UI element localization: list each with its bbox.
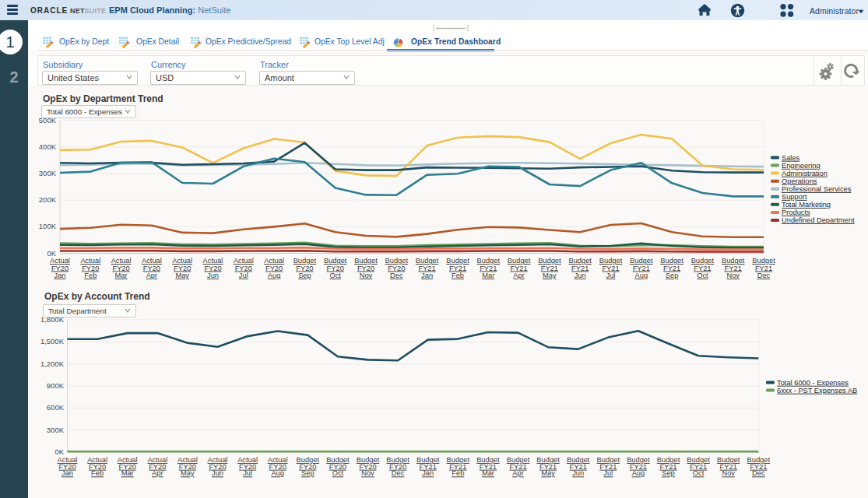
svg-text:Actual: Actual xyxy=(142,257,162,265)
svg-text:Engineering: Engineering xyxy=(782,162,821,170)
svg-text:600K: 600K xyxy=(47,403,65,412)
svg-text:FY21: FY21 xyxy=(510,265,527,272)
svg-text:Aug: Aug xyxy=(635,272,648,279)
svg-text:Nov: Nov xyxy=(722,469,735,477)
svg-text:Actual: Actual xyxy=(172,257,192,265)
svg-text:Actual: Actual xyxy=(50,257,70,265)
svg-text:900K: 900K xyxy=(47,381,65,390)
svg-text:Sales: Sales xyxy=(782,154,800,162)
svg-text:Oct: Oct xyxy=(332,469,344,477)
svg-text:FY20: FY20 xyxy=(388,265,405,272)
svg-text:Budget: Budget xyxy=(660,257,684,265)
svg-text:Jun: Jun xyxy=(212,469,223,477)
svg-text:Mar: Mar xyxy=(482,469,494,477)
svg-text:FY20: FY20 xyxy=(82,265,99,272)
svg-text:Oct: Oct xyxy=(693,469,705,477)
svg-text:Support: Support xyxy=(782,193,807,201)
svg-text:Dec: Dec xyxy=(752,469,765,477)
svg-text:Dec: Dec xyxy=(757,272,771,279)
svg-text:Jan: Jan xyxy=(54,272,66,279)
svg-text:Sep: Sep xyxy=(666,272,679,279)
svg-text:Budget: Budget xyxy=(722,257,745,265)
svg-text:Actual: Actual xyxy=(80,257,100,265)
svg-text:Aug: Aug xyxy=(271,469,284,477)
svg-text:Actual: Actual xyxy=(234,257,254,265)
svg-text:Budget: Budget xyxy=(293,257,317,265)
svg-text:FY20: FY20 xyxy=(51,265,69,272)
svg-text:May: May xyxy=(175,272,189,279)
svg-text:Operations: Operations xyxy=(782,177,817,185)
svg-text:Undefined Department: Undefined Department xyxy=(782,216,855,224)
svg-text:Jan: Jan xyxy=(422,469,434,477)
svg-text:Budget: Budget xyxy=(568,257,592,265)
svg-text:Budget: Budget xyxy=(691,257,715,265)
svg-text:Mar: Mar xyxy=(115,272,128,279)
svg-text:Budget: Budget xyxy=(599,257,623,265)
svg-text:FY21: FY21 xyxy=(541,265,558,272)
svg-text:Apr: Apr xyxy=(513,272,524,279)
svg-text:Budget: Budget xyxy=(630,257,653,265)
svg-text:May: May xyxy=(181,469,195,477)
svg-text:May: May xyxy=(543,272,557,279)
svg-text:100K: 100K xyxy=(39,222,57,230)
svg-text:Budget: Budget xyxy=(354,257,378,265)
svg-text:Sep: Sep xyxy=(298,272,311,279)
svg-text:Feb: Feb xyxy=(91,469,104,477)
svg-text:FY20: FY20 xyxy=(174,265,191,272)
svg-text:Jun: Jun xyxy=(572,469,584,477)
svg-text:FY21: FY21 xyxy=(480,265,497,272)
svg-text:Nov: Nov xyxy=(361,469,374,477)
svg-text:Budget: Budget xyxy=(752,257,775,265)
svg-text:Total 6000 - Expenses: Total 6000 - Expenses xyxy=(777,379,849,387)
svg-text:Budget: Budget xyxy=(324,257,347,265)
svg-text:Sep: Sep xyxy=(662,469,675,477)
svg-text:FY21: FY21 xyxy=(571,265,589,272)
svg-text:Products: Products xyxy=(782,209,810,216)
svg-text:Feb: Feb xyxy=(452,272,464,279)
svg-text:Apr: Apr xyxy=(152,469,163,477)
svg-text:Budget: Budget xyxy=(416,257,439,265)
svg-text:Budget: Budget xyxy=(385,257,409,265)
svg-text:Feb: Feb xyxy=(452,469,464,477)
svg-text:FY21: FY21 xyxy=(663,265,680,272)
svg-text:300K: 300K xyxy=(39,169,57,177)
svg-text:Jan: Jan xyxy=(61,469,73,477)
svg-text:FY21: FY21 xyxy=(633,265,650,272)
svg-text:Apr: Apr xyxy=(512,469,523,477)
svg-text:Jul: Jul xyxy=(239,272,248,279)
svg-text:Total Marketing: Total Marketing xyxy=(782,201,831,209)
svg-text:0K: 0K xyxy=(54,447,64,456)
svg-text:Actual: Actual xyxy=(264,257,284,265)
svg-text:Jul: Jul xyxy=(606,272,616,279)
svg-text:Nov: Nov xyxy=(726,272,740,279)
svg-text:Apr: Apr xyxy=(146,272,157,279)
svg-text:Jul: Jul xyxy=(243,469,252,477)
svg-text:Dec: Dec xyxy=(392,469,405,477)
svg-text:Jun: Jun xyxy=(575,272,586,279)
svg-text:Budget: Budget xyxy=(477,257,501,265)
svg-text:FY21: FY21 xyxy=(418,265,435,272)
svg-text:Jun: Jun xyxy=(207,272,219,279)
svg-text:Oct: Oct xyxy=(697,272,708,279)
svg-text:Mar: Mar xyxy=(121,469,134,477)
svg-text:Actual: Actual xyxy=(111,257,132,265)
svg-text:500K: 500K xyxy=(39,116,57,124)
svg-text:May: May xyxy=(541,469,555,477)
svg-text:FY21: FY21 xyxy=(755,265,772,272)
svg-text:FY20: FY20 xyxy=(265,265,283,272)
svg-text:FY20: FY20 xyxy=(296,265,313,272)
svg-text:Budget: Budget xyxy=(446,257,469,265)
svg-text:Oct: Oct xyxy=(329,272,341,279)
svg-text:FY21: FY21 xyxy=(694,265,711,272)
svg-text:FY21: FY21 xyxy=(449,265,466,272)
svg-text:400K: 400K xyxy=(39,142,57,151)
svg-text:Administration: Administration xyxy=(782,170,828,177)
svg-text:FY20: FY20 xyxy=(143,265,160,272)
svg-text:1,800K: 1,800K xyxy=(40,315,65,324)
svg-text:Mar: Mar xyxy=(482,272,494,279)
svg-text:Budget: Budget xyxy=(538,257,561,265)
svg-text:Dec: Dec xyxy=(390,272,403,279)
svg-text:1,200K: 1,200K xyxy=(40,359,65,368)
svg-text:FY21: FY21 xyxy=(602,265,619,272)
svg-text:FY20: FY20 xyxy=(112,265,129,272)
